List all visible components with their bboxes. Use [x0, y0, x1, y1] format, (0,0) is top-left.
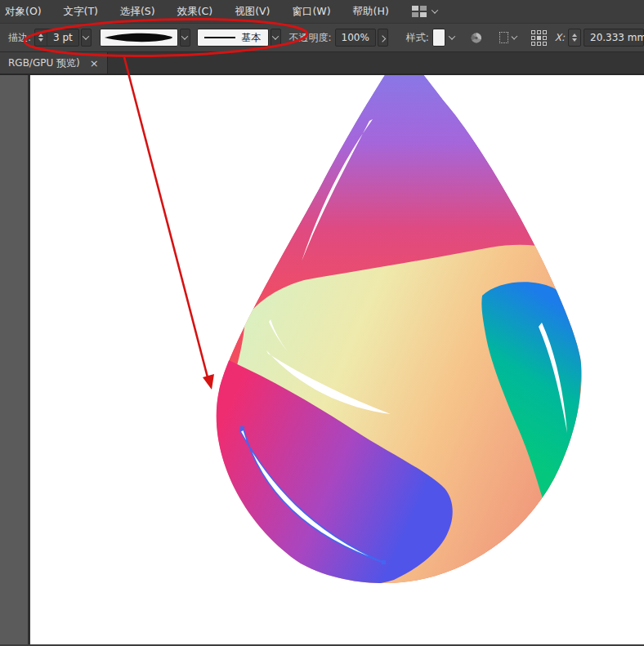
document-tab[interactable]: RGB/GPU 预览) × [0, 52, 108, 74]
chevron-down-icon [432, 7, 438, 13]
workspace-grid-icon [412, 6, 427, 17]
style-dropdown[interactable] [447, 29, 457, 47]
menu-item-type[interactable]: 文字(T) [53, 5, 110, 19]
style-label: 样式: [406, 31, 429, 45]
reference-point-locator nine-point-grid-icon[interactable] [531, 30, 547, 46]
menu-item-window[interactable]: 窗口(W) [281, 5, 342, 19]
menu-item-effect[interactable]: 效果(C) [167, 5, 224, 19]
opacity-value[interactable]: 100% [336, 32, 375, 43]
chevron-down-icon [181, 33, 188, 39]
x-stepper stepper-up-down-icon[interactable] [568, 29, 581, 47]
opacity-field[interactable]: 100% [335, 29, 376, 47]
x-position-field[interactable]: 20.333 mm [584, 29, 644, 47]
document-tab-bar: RGB/GPU 预览) × [0, 52, 644, 75]
stroke-style-name: 基本 [242, 31, 262, 45]
stepper-up-down-icon[interactable] [35, 29, 47, 46]
x-position-label: X: [555, 32, 565, 43]
stroke-weight-value[interactable]: 3 pt [47, 32, 78, 43]
opacity-options-button[interactable] [378, 29, 388, 47]
menu-item-help[interactable]: 帮助(H) [342, 5, 400, 19]
water-drop-artwork[interactable] [0, 75, 644, 644]
control-bar: 描边: 3 pt 基本 不透明度: 100% 样式: X: [0, 23, 644, 52]
anchor-point[interactable] [240, 426, 244, 430]
workspace-switcher[interactable] [412, 6, 437, 17]
align-options-button dotted-box-icon[interactable] [499, 32, 508, 43]
menu-item-view[interactable]: 视图(V) [224, 5, 281, 19]
stroke-style-line [204, 37, 235, 38]
graphic-style-swatch[interactable] [432, 29, 446, 47]
stroke-style-preview[interactable]: 基本 [197, 29, 269, 47]
x-position-value[interactable]: 20.333 mm [584, 32, 644, 43]
artboard-canvas[interactable] [0, 75, 644, 644]
stroke-weight-dropdown[interactable] [81, 29, 92, 47]
document-tab-title: RGB/GPU 预览) [8, 56, 80, 70]
chevron-down-icon [83, 33, 89, 39]
stroke-label: 描边: [8, 31, 31, 45]
menu-item-select[interactable]: 选择(S) [110, 5, 167, 19]
chevron-down-icon[interactable] [512, 33, 518, 40]
menu-item-object[interactable]: 对象(O) [0, 5, 53, 19]
anchor-point[interactable] [382, 560, 386, 564]
calligraphic-brush-icon [103, 30, 175, 45]
stroke-style-dropdown[interactable] [271, 29, 281, 47]
menu-bar: 对象(O) 文字(T) 选择(S) 效果(C) 视图(V) 窗口(W) 帮助(H… [0, 0, 644, 23]
close-icon[interactable]: × [90, 58, 99, 69]
brush-dropdown[interactable] [180, 29, 190, 47]
opacity-label: 不透明度: [289, 31, 332, 45]
chevron-right-icon [379, 35, 386, 42]
recolor-artwork-button color-wheel-icon[interactable] [471, 30, 482, 46]
brush-definition-preview[interactable] [100, 29, 178, 47]
chevron-down-icon [272, 33, 279, 39]
stroke-weight-field[interactable]: 3 pt [34, 29, 79, 47]
chevron-down-icon [449, 33, 455, 39]
